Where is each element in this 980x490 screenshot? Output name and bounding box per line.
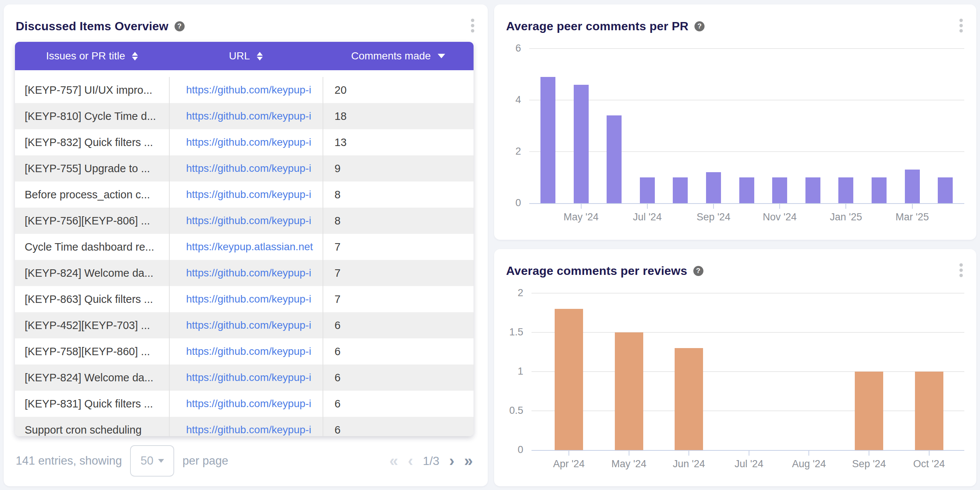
bar: [915, 372, 943, 450]
url-link[interactable]: https://github.com/keypup-i: [186, 189, 311, 201]
table-row: Before process_action c...https://github…: [15, 181, 474, 208]
url-cell: https://github.com/keypup-i: [169, 365, 323, 391]
table-row: [KEYP-755] Upgrade to ...https://github.…: [15, 155, 474, 181]
sort-desc-icon[interactable]: [438, 54, 445, 58]
comments-count-cell: 18: [323, 103, 474, 129]
first-page-button[interactable]: «: [390, 453, 398, 469]
caret-down-icon: [158, 459, 164, 463]
url-link[interactable]: https://github.com/keypup-i: [186, 267, 311, 279]
column-label: Comments made: [351, 50, 431, 62]
table-row: [KEYP-824] Welcome da...https://github.c…: [15, 365, 474, 391]
y-axis-tick-label: 1: [497, 366, 523, 377]
bar: [838, 178, 853, 203]
url-cell: https://github.com/keypup-i: [169, 77, 323, 103]
y-axis-tick-label: 6: [495, 43, 521, 54]
gridline: [529, 151, 964, 152]
discussed-items-card: Discussed Items Overview ? Issues or PR …: [4, 5, 488, 486]
bar: [574, 85, 589, 203]
issue-title-cell: Before process_action c...: [15, 181, 169, 208]
x-axis-tick-label: May '24: [564, 211, 599, 223]
gridline: [531, 332, 964, 333]
url-cell: https://github.com/keypup-i: [169, 338, 323, 365]
url-link[interactable]: https://github.com/keypup-i: [186, 84, 311, 96]
url-link[interactable]: https://github.com/keypup-i: [186, 398, 311, 410]
issue-title-cell: [KEYP-810] Cycle Time d...: [15, 103, 169, 129]
bar: [607, 116, 622, 203]
x-axis-tick-label: Jul '24: [735, 458, 763, 470]
comments-count-cell: 7: [323, 286, 474, 312]
x-axis-tick: [912, 204, 913, 209]
x-axis-line: [531, 450, 964, 451]
comments-count-cell: 8: [323, 208, 474, 234]
bar: [905, 170, 920, 203]
column-label: URL: [229, 50, 250, 62]
url-link[interactable]: https://github.com/keypup-i: [186, 110, 311, 122]
comments-count-cell: 13: [323, 129, 474, 155]
bar: [615, 332, 643, 450]
comments-count-cell: 9: [323, 155, 474, 181]
page-title: Discussed Items Overview: [16, 19, 169, 33]
gridline: [529, 100, 964, 100]
url-cell: https://github.com/keypup-i: [169, 286, 323, 312]
url-cell: https://github.com/keypup-i: [169, 103, 323, 129]
issue-title-cell: [KEYP-756][KEYP-806] ...: [15, 208, 169, 234]
column-header-comments[interactable]: Comments made: [323, 42, 474, 70]
x-axis-tick-label: Sep '24: [852, 458, 886, 470]
entries-count-text: 141 entries, showing: [16, 454, 122, 468]
issue-title-cell: [KEYP-863] Quick filters ...: [15, 286, 169, 312]
url-link[interactable]: https://github.com/keypup-i: [186, 319, 311, 331]
column-header-title[interactable]: Issues or PR title: [15, 42, 169, 70]
table-row: [KEYP-757] UI/UX impro...https://github.…: [15, 77, 474, 103]
table-row: Support cron schedulinghttps://github.co…: [15, 417, 474, 436]
prev-page-button[interactable]: ‹: [408, 453, 413, 469]
table-row: [KEYP-863] Quick filters ...https://gith…: [15, 286, 474, 312]
x-axis-tick-label: Aug '24: [792, 458, 826, 470]
sort-icon[interactable]: [257, 52, 263, 60]
x-axis-tick-label: Jun '24: [673, 458, 705, 470]
column-header-url[interactable]: URL: [169, 42, 323, 70]
page-size-value: 50: [140, 454, 153, 468]
x-axis-tick: [779, 204, 780, 209]
x-axis-tick-label: Sep '24: [697, 211, 731, 223]
url-cell: https://github.com/keypup-i: [169, 312, 323, 338]
url-cell: https://github.com/keypup-i: [169, 391, 323, 417]
gridline: [529, 48, 964, 49]
gridline: [531, 371, 964, 372]
last-page-button[interactable]: »: [464, 453, 473, 469]
help-icon[interactable]: ?: [175, 21, 185, 32]
bar: [640, 178, 655, 203]
url-link[interactable]: https://github.com/keypup-i: [186, 424, 311, 436]
kebab-menu-icon[interactable]: [471, 19, 474, 32]
page-size-select[interactable]: 50: [130, 445, 174, 477]
y-axis-tick-label: 2: [495, 146, 521, 157]
url-cell: https://github.com/keypup-i: [169, 181, 323, 208]
x-axis-tick: [929, 451, 929, 456]
bar: [555, 309, 583, 450]
url-link[interactable]: https://github.com/keypup-i: [186, 215, 311, 227]
url-link[interactable]: https://keypup.atlassian.net: [186, 241, 313, 253]
y-axis-tick-label: 0.5: [497, 405, 523, 416]
url-link[interactable]: https://github.com/keypup-i: [186, 136, 311, 148]
x-axis-tick: [845, 204, 846, 209]
issue-title-cell: [KEYP-755] Upgrade to ...: [15, 155, 169, 181]
sort-icon[interactable]: [132, 52, 138, 60]
pagination: « ‹ 1/3 › »: [390, 442, 473, 479]
url-link[interactable]: https://github.com/keypup-i: [186, 293, 311, 305]
url-link[interactable]: https://github.com/keypup-i: [186, 346, 311, 357]
issue-title-cell: [KEYP-452][KEYP-703] ...: [15, 312, 169, 338]
x-axis-tick-label: Apr '24: [553, 458, 585, 470]
x-axis-tick: [749, 451, 749, 456]
review-comments-chart-card: Average comments per reviews ? 00.511.52…: [494, 249, 976, 486]
x-axis-tick-label: Jan '25: [830, 211, 862, 223]
y-axis-tick-label: 0: [495, 197, 521, 209]
url-link[interactable]: https://github.com/keypup-i: [186, 372, 311, 384]
table-row: [KEYP-810] Cycle Time d...https://github…: [15, 103, 474, 129]
x-axis-tick: [581, 204, 582, 209]
column-label: Issues or PR title: [46, 50, 125, 62]
x-axis-tick-label: Nov '24: [763, 211, 797, 223]
url-link[interactable]: https://github.com/keypup-i: [186, 162, 311, 174]
table-footer: 141 entries, showing 50 per page: [16, 442, 228, 479]
next-page-button[interactable]: ›: [449, 453, 455, 469]
x-axis-tick: [808, 451, 809, 456]
x-axis-tick: [568, 451, 569, 456]
